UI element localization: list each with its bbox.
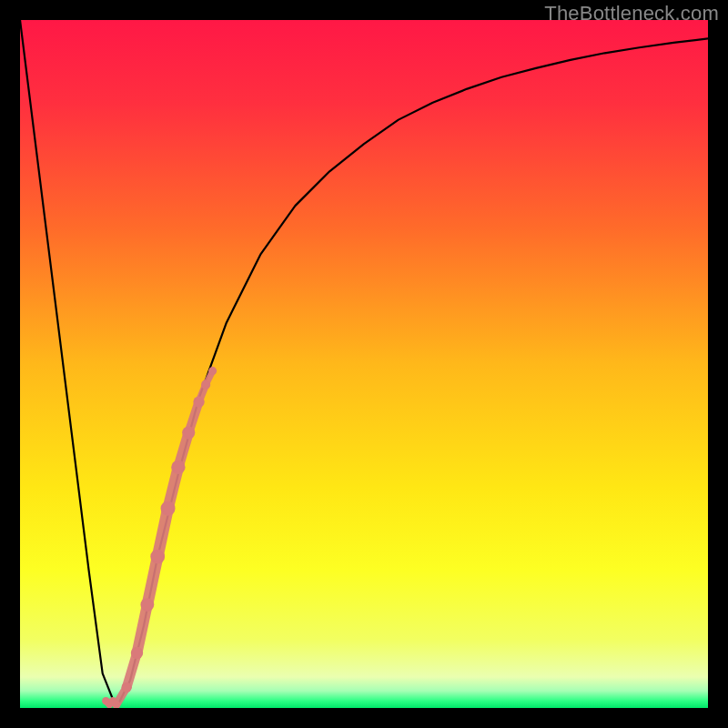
svg-point-22	[109, 697, 117, 705]
chart-frame: TheBottleneck.com	[0, 0, 728, 728]
svg-point-21	[102, 697, 110, 705]
gradient-background	[20, 20, 708, 708]
plot-area	[20, 20, 708, 708]
chart-svg	[20, 20, 708, 708]
